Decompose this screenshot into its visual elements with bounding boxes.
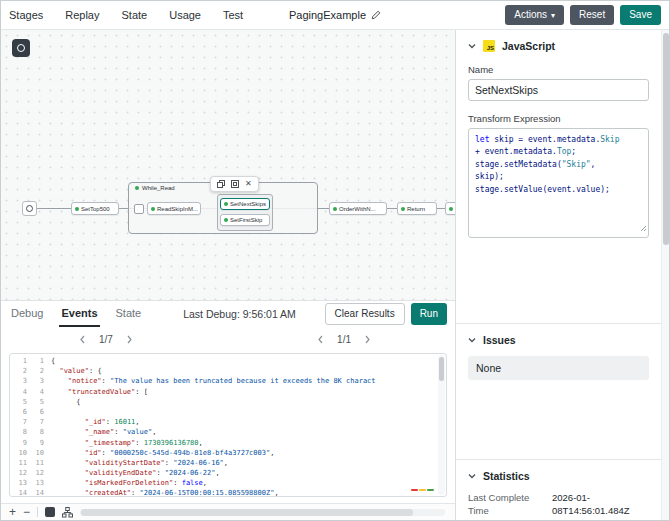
code-viewer-scrollbar[interactable] <box>438 355 445 495</box>
node-label: SetTop500 <box>81 206 110 212</box>
status-dot-icon <box>224 202 228 206</box>
flow-node-paging[interactable]: Paging... <box>445 202 455 215</box>
flow-node-settop500[interactable]: SetTop500 <box>71 202 119 215</box>
code-line: 1313 "isMarkedForDeletion": false, <box>12 478 446 488</box>
events-page-indicator: 1/7 <box>99 334 113 345</box>
statistics-section-header[interactable]: Statistics <box>468 470 649 482</box>
results-pager: 1/1 <box>317 334 371 345</box>
divider <box>37 507 38 517</box>
next-page-icon[interactable] <box>126 335 133 344</box>
tab-state[interactable]: State <box>114 301 144 327</box>
node-duplicate-icon[interactable] <box>231 180 239 188</box>
layout-flow-icon[interactable] <box>62 507 73 518</box>
status-dot-icon <box>75 207 79 211</box>
node-label: SetFirstSkip <box>230 217 262 223</box>
overview-marks <box>411 489 434 491</box>
toolbar-actions: Actions▾ Reset Save <box>505 5 661 25</box>
menu-item-replay[interactable]: Replay <box>65 9 99 21</box>
flow-node-setnextskips[interactable]: SetNextSkips <box>220 198 270 210</box>
flow-canvas[interactable]: SetTop500 While_Read ReadSkipInM... <box>1 30 455 301</box>
flow-node-setfirstskip[interactable]: SetFirstSkip <box>220 214 270 226</box>
resize-handle-icon[interactable] <box>639 224 647 236</box>
menu-item-test[interactable]: Test <box>223 9 243 21</box>
code-line: 44 "truncatedValue": [ <box>12 387 446 397</box>
caret-down-icon: ▾ <box>551 11 555 20</box>
section-title: JavaScript <box>502 40 555 52</box>
javascript-icon: JS <box>483 40 495 52</box>
events-pager: 1/7 <box>79 334 133 345</box>
code-line: 1111 "validityStartDate": "2024-06-16", <box>12 458 446 468</box>
menu-item-stages[interactable]: Stages <box>9 9 43 21</box>
node-copy-icon[interactable] <box>217 180 225 188</box>
stat-row-last-complete: Last Complete Time 2026-01-08T14:56:01.4… <box>468 492 649 518</box>
top-toolbar: Stages Replay State Usage Test PagingExa… <box>1 1 669 30</box>
edit-title-icon[interactable] <box>371 10 381 20</box>
chevron-down-icon <box>468 334 476 346</box>
actions-button-label: Actions <box>514 9 547 20</box>
run-button[interactable]: Run <box>411 303 447 325</box>
status-dot-icon <box>135 186 139 190</box>
canvas-h-scrollbar[interactable] <box>80 509 445 516</box>
code-line: 55 { <box>12 397 446 407</box>
statistics-section: Statistics Last Complete Time 2026-01-08… <box>456 459 669 520</box>
sidebar-scrollbar[interactable] <box>661 30 669 520</box>
section-title: Issues <box>483 334 516 346</box>
zoom-out-button[interactable]: − <box>23 506 30 518</box>
canvas-locate-button[interactable] <box>12 39 30 57</box>
prev-result-icon[interactable] <box>317 335 324 344</box>
main-menu: Stages Replay State Usage Test <box>9 9 243 21</box>
node-label: ReadSkipInM... <box>157 206 198 212</box>
clear-results-button[interactable]: Clear Results <box>325 303 405 325</box>
name-input[interactable] <box>468 79 649 101</box>
status-dot-icon <box>449 207 453 211</box>
next-result-icon[interactable] <box>364 335 371 344</box>
chevron-down-icon <box>468 470 476 482</box>
group-label: While_Read <box>135 185 175 191</box>
page-title: PagingExample <box>289 9 366 21</box>
node-delete-icon[interactable]: ✕ <box>245 180 252 188</box>
flow-node-readskip[interactable]: ReadSkipInM... <box>147 202 201 215</box>
save-button[interactable]: Save <box>620 5 661 25</box>
inspector-sidebar: JS JavaScript Name Transform Expression … <box>456 30 669 520</box>
scrollbar-thumb[interactable] <box>439 357 444 381</box>
transform-expression-label: Transform Expression <box>468 113 649 124</box>
reset-button[interactable]: Reset <box>570 5 614 25</box>
loop-port-button[interactable] <box>134 204 144 214</box>
issues-none-value: None <box>468 356 649 380</box>
menu-item-state[interactable]: State <box>122 9 148 21</box>
menu-item-usage[interactable]: Usage <box>169 9 201 21</box>
flow-node-return[interactable]: Return <box>397 202 437 215</box>
scrollbar-thumb[interactable] <box>663 33 669 245</box>
tab-events[interactable]: Events <box>59 301 99 327</box>
name-label: Name <box>468 64 649 75</box>
group-label-text: While_Read <box>142 185 175 191</box>
scrollbar-thumb[interactable] <box>81 509 413 516</box>
code-lines: 11{22 "value": {33 "notice": "The value … <box>10 354 446 497</box>
javascript-section-header[interactable]: JS JavaScript <box>468 40 649 52</box>
results-page-indicator: 1/1 <box>337 334 351 345</box>
flow-node-start[interactable] <box>22 201 37 216</box>
code-line: 66 <box>12 407 446 417</box>
code-line: 88 "_name": "value", <box>12 427 446 437</box>
status-dot-icon <box>333 207 337 211</box>
minimap-toggle-button[interactable] <box>45 507 55 517</box>
prev-page-icon[interactable] <box>79 335 86 344</box>
issues-section-header[interactable]: Issues <box>468 334 649 346</box>
status-dot-icon <box>401 207 405 211</box>
canvas-statusbar: + − <box>1 503 455 520</box>
node-label: SetNextSkips <box>230 201 266 207</box>
tab-debug[interactable]: Debug <box>9 301 45 327</box>
circle-icon <box>17 44 25 52</box>
transform-expression-input[interactable]: let skip = event.metadata.Skip + event.m… <box>468 128 649 238</box>
json-code-viewer[interactable]: 11{22 "value": {33 "notice": "The value … <box>9 353 447 497</box>
trigger-icon <box>26 205 33 212</box>
flow-node-orderwith[interactable]: OrderWithN... <box>329 202 387 215</box>
app-window: Stages Replay State Usage Test PagingExa… <box>0 0 670 521</box>
issues-section: Issues None <box>456 323 669 459</box>
actions-button[interactable]: Actions▾ <box>505 5 564 25</box>
stat-value: 2026-01-08T14:56:01.484Z <box>552 492 644 518</box>
javascript-section: JS JavaScript Name Transform Expression … <box>456 30 669 323</box>
node-label: OrderWithN... <box>339 206 376 212</box>
zoom-in-button[interactable]: + <box>9 506 16 518</box>
status-dot-icon <box>224 218 228 222</box>
